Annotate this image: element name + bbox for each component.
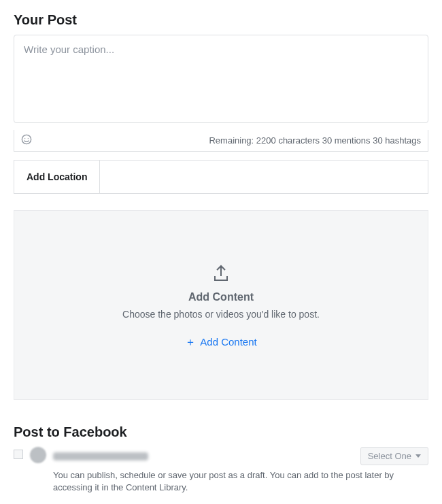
select-one-label: Select One <box>368 451 411 461</box>
svg-point-1 <box>24 138 25 139</box>
post-to-facebook-title: Post to Facebook <box>14 424 428 440</box>
location-row: Add Location <box>14 160 428 194</box>
chevron-down-icon <box>415 454 421 458</box>
add-location-button[interactable]: Add Location <box>14 161 100 193</box>
facebook-page-row: Select One You can publish, schedule or … <box>14 447 428 494</box>
emoji-icon[interactable] <box>21 134 32 147</box>
svg-point-2 <box>28 138 29 139</box>
caption-placeholder: Write your caption... <box>24 44 114 55</box>
page-name <box>53 452 148 460</box>
your-post-title: Your Post <box>14 12 428 28</box>
upload-icon <box>211 263 231 283</box>
avatar <box>30 447 46 463</box>
add-content-subtext: Choose the photos or videos you'd like t… <box>122 309 320 320</box>
add-content-button[interactable]: ＋ Add Content <box>185 336 256 348</box>
caption-remaining-text: Remaining: 2200 characters 30 mentions 3… <box>209 135 421 146</box>
add-content-link-label: Add Content <box>200 336 256 348</box>
add-content-heading: Add Content <box>188 291 254 303</box>
add-content-panel: Add Content Choose the photos or videos … <box>14 210 428 400</box>
svg-point-0 <box>22 135 31 144</box>
facebook-help-text: You can publish, schedule or save your p… <box>53 469 428 494</box>
page-checkbox[interactable] <box>14 450 23 459</box>
select-one-dropdown[interactable]: Select One <box>360 447 428 465</box>
caption-textarea[interactable]: Write your caption... <box>14 35 428 123</box>
caption-status-bar: Remaining: 2200 characters 30 mentions 3… <box>14 130 428 152</box>
plus-icon: ＋ <box>185 337 196 348</box>
